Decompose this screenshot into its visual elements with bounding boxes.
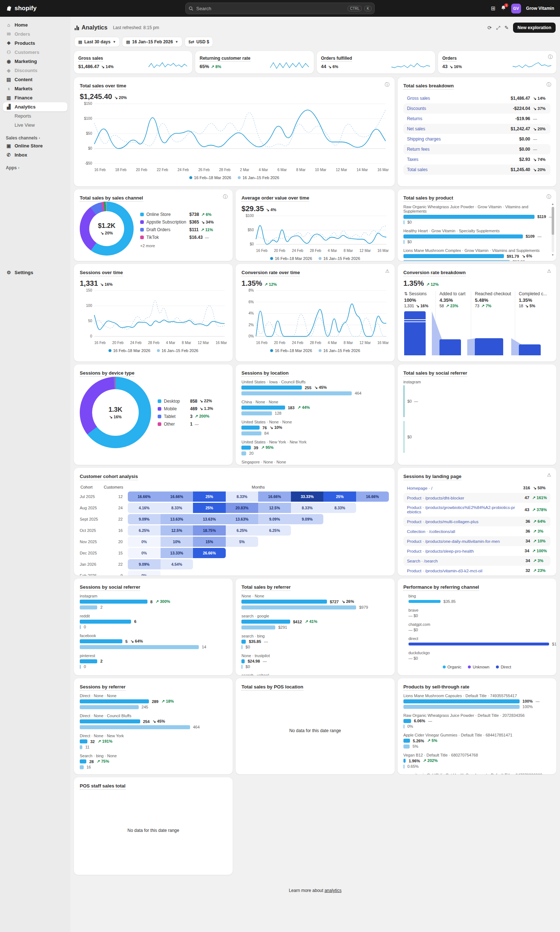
sidebar-item-markets[interactable]: ♁Markets xyxy=(3,84,68,93)
legend-previous[interactable]: 16 Jan–15 Feb 2026 xyxy=(318,348,360,353)
card-title[interactable]: Total sales over time xyxy=(80,83,126,89)
kpi-returning-customer-rate[interactable]: Returning customer rate65%↗ 8% xyxy=(195,51,314,74)
table-row[interactable]: Returns-$19.96— xyxy=(403,114,551,124)
refresh-icon[interactable]: ⟳ xyxy=(488,25,492,31)
cohort-cell[interactable]: 4.16% xyxy=(128,503,161,513)
legend-item-unknown[interactable]: Unknown xyxy=(468,665,489,669)
landing-page-link[interactable]: Product · /products/multi-collagen-plus xyxy=(407,520,478,524)
legend-current[interactable]: 16 Feb–18 Mar 2026 xyxy=(109,348,150,353)
landing-page-link[interactable]: Search · /search xyxy=(407,559,438,563)
table-row[interactable]: Product · /products/growbiotics%E2%84%A2… xyxy=(403,503,551,517)
sidebar-item-content[interactable]: ▤Content xyxy=(3,75,68,84)
metric-link[interactable]: Total sales xyxy=(407,167,428,172)
table-row[interactable]: Product · /products/one-daily-multivitam… xyxy=(403,536,551,546)
table-row[interactable]: Shipping charges$0.00— xyxy=(403,134,551,144)
cohort-cell[interactable]: 13.63% xyxy=(193,514,226,524)
table-row[interactable]: Product · /products/multi-collagen-plus3… xyxy=(403,517,551,526)
cohort-cell[interactable]: 16.66% xyxy=(128,492,161,502)
notifications-bell-icon[interactable]: 1 xyxy=(501,5,506,12)
compare-range-filter[interactable]: ▤ 16 Jan–15 Feb 2026▼ xyxy=(122,37,182,47)
sidebar-item-finance[interactable]: ▥Finance xyxy=(3,93,68,102)
card-title[interactable]: Sessions by landing page xyxy=(403,474,462,480)
table-row[interactable]: Return fees$0.00— xyxy=(403,144,551,154)
scroll-down-icon[interactable]: ▼ xyxy=(551,254,555,257)
legend-current[interactable]: 16 Feb–18 Mar 2026 xyxy=(270,256,312,261)
landing-page-link[interactable]: Product · /products/growbiotics%E2%84%A2… xyxy=(407,505,516,514)
kpi-gross-sales[interactable]: Gross sales$1,486.47↘ 14% xyxy=(74,51,192,74)
date-range-filter[interactable]: ▤ Last 30 days▼ xyxy=(75,37,119,47)
card-title[interactable]: Total sales by sales channel xyxy=(80,195,143,202)
cohort-cell[interactable]: 33.33% xyxy=(291,492,324,502)
legend-previous[interactable]: 16 Jan–15 Feb 2026 xyxy=(157,348,198,353)
cohort-cell[interactable]: 25% xyxy=(323,492,356,502)
cohort-cell[interactable]: 9.09% xyxy=(128,559,161,569)
metric-link[interactable]: Taxes xyxy=(407,157,418,162)
card-title[interactable]: Sessions by location xyxy=(242,370,288,377)
warning-icon[interactable]: ⚠ xyxy=(547,472,551,478)
card-title[interactable]: Total sales by referrer xyxy=(242,584,291,591)
card-title[interactable]: Average order value over time xyxy=(242,195,309,202)
metric-link[interactable]: Net sales xyxy=(407,126,425,131)
scroll-up-icon[interactable]: ▲ xyxy=(551,202,555,206)
cohort-cell[interactable]: 9.09% xyxy=(128,514,161,524)
card-title[interactable]: Customer cohort analysis xyxy=(80,474,138,480)
info-icon[interactable]: ⓘ xyxy=(548,54,553,60)
store-name[interactable]: Grow Vitamin xyxy=(526,6,554,11)
table-row[interactable]: Search · /search34↗ 3% xyxy=(403,556,551,566)
legend-current[interactable]: 16 Feb–18 Mar 2026 xyxy=(270,348,312,353)
shopify-logo[interactable]: shopify xyxy=(6,5,71,12)
expand-icon[interactable]: ⤢ xyxy=(496,25,500,31)
sidebar-item-inbox[interactable]: ✆Inbox xyxy=(3,150,68,160)
card-title[interactable]: Total sales by social referrer xyxy=(403,370,467,377)
cohort-cell[interactable]: 6.25% xyxy=(226,525,258,535)
legend-item[interactable]: Other1— xyxy=(158,421,213,427)
table-row[interactable]: Gross sales$1,486.47↘ 14% xyxy=(403,93,551,103)
cohort-cell[interactable]: 25% xyxy=(193,503,226,513)
cohort-cell[interactable]: 8.33% xyxy=(226,492,258,502)
cohort-cell[interactable]: 9.09% xyxy=(258,514,291,524)
cohort-cell[interactable]: 13.63% xyxy=(226,514,258,524)
landing-page-link[interactable]: Homepage · / xyxy=(407,486,432,491)
legend-previous[interactable]: 16 Jan–15 Feb 2026 xyxy=(238,175,279,180)
apps-header[interactable]: Apps› xyxy=(3,163,68,171)
sidebar-item-discounts[interactable]: ◈Discounts xyxy=(3,66,68,75)
card-title[interactable]: Performance by referring channel xyxy=(403,584,479,591)
card-title[interactable]: Total sales by product xyxy=(403,195,453,202)
analytics-help-link[interactable]: analytics xyxy=(325,888,342,893)
cohort-cell[interactable]: 8.33% xyxy=(161,503,193,513)
table-row[interactable]: Total sales$1,245.40↘ 20% xyxy=(403,165,551,175)
cohort-cell[interactable]: 15% xyxy=(193,537,226,547)
info-icon[interactable]: ⓘ xyxy=(385,82,389,88)
search-input[interactable]: Search CTRL K xyxy=(185,3,375,14)
warning-icon[interactable]: ⚠ xyxy=(385,268,389,274)
sidebar-item-customers[interactable]: ⚇Customers xyxy=(3,48,68,57)
card-title[interactable]: Sessions by social referrer xyxy=(80,584,140,591)
cohort-cell[interactable]: 26.66% xyxy=(193,548,226,558)
card-title[interactable]: Sessions by referrer xyxy=(80,684,126,691)
legend-item[interactable]: Desktop858↘ 22% xyxy=(158,399,213,404)
sidebar-item-online-store[interactable]: ▣Online Store xyxy=(3,141,68,150)
sidebar-item-home[interactable]: ⌂Home xyxy=(3,20,68,29)
legend-item-direct[interactable]: Direct xyxy=(496,665,511,669)
metric-link[interactable]: Gross sales xyxy=(407,96,430,101)
sidebar-item-marketing[interactable]: ◉Marketing xyxy=(3,57,68,66)
sidebar-item-live-view[interactable]: Live View xyxy=(3,120,68,129)
landing-page-link[interactable]: Product · /products/dht-blocker xyxy=(407,496,464,500)
info-icon[interactable]: ⓘ xyxy=(546,82,551,88)
cohort-cell[interactable]: 0% xyxy=(128,571,161,575)
kpi-orders-fulfilled[interactable]: Orders fulfilled44↘ 6% xyxy=(317,51,435,74)
landing-page-link[interactable]: Collection · /collections/all xyxy=(407,529,455,534)
metric-link[interactable]: Return fees xyxy=(407,147,430,152)
metric-link[interactable]: Returns xyxy=(407,116,422,121)
cohort-cell[interactable]: 16.66% xyxy=(356,492,389,502)
cohort-cell[interactable]: 12.5% xyxy=(258,503,291,513)
cohort-cell[interactable]: 13.33% xyxy=(161,548,193,558)
card-title[interactable]: POS staff sales total xyxy=(80,783,126,790)
sidebar-item-analytics[interactable]: ▟Analytics xyxy=(3,102,68,111)
cohort-cell[interactable]: 18.75% xyxy=(193,525,226,535)
edit-pencil-icon[interactable]: ✎ xyxy=(505,25,509,31)
sidebar-item-settings[interactable]: ⚙Settings xyxy=(3,268,68,277)
card-title[interactable]: Conversion rate breakdown xyxy=(403,270,466,276)
more-link[interactable]: +2 more xyxy=(140,243,214,248)
table-row[interactable]: Discounts-$224.04↘ 37% xyxy=(403,103,551,114)
